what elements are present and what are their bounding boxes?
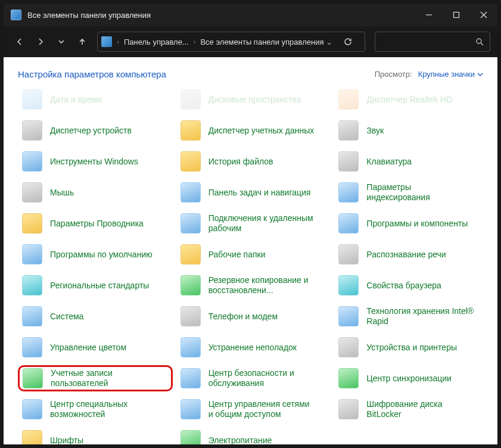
item-label: Программы и компоненты: [366, 219, 468, 229]
search-input[interactable]: [375, 32, 490, 52]
control-panel-item[interactable]: Телефон и модем: [176, 303, 331, 329]
control-panel-item[interactable]: Диспетчер устройств: [18, 117, 173, 144]
control-panel-item[interactable]: Панель задач и навигация: [176, 179, 331, 206]
speech-icon: [338, 244, 359, 265]
control-panel-item[interactable]: Центр управления сетями и общим доступом: [176, 396, 331, 422]
refresh-button[interactable]: [338, 32, 357, 51]
control-panel-item[interactable]: Программы по умолчанию: [18, 241, 173, 267]
item-label: Подключения к удаленным рабочим: [209, 213, 316, 234]
control-panel-item[interactable]: Инструменты Windows: [18, 148, 173, 175]
control-panel-item[interactable]: Программы и компоненты: [334, 210, 489, 237]
control-panel-item[interactable]: Центр безопасности и обслуживания: [176, 365, 331, 391]
sync-center-icon: [338, 368, 359, 389]
navbar: › Панель управле... › Все элементы панел…: [4, 26, 497, 57]
mouse-icon: [21, 182, 43, 203]
forward-button[interactable]: [32, 32, 50, 51]
credential-manager-icon: [180, 120, 201, 141]
control-panel-item[interactable]: Рабочие папки: [176, 241, 331, 267]
view-dropdown[interactable]: Крупные значки: [418, 70, 483, 79]
control-panel-item[interactable]: Параметры индексирования: [334, 179, 489, 206]
maximize-button[interactable]: [443, 4, 470, 26]
control-panel-item[interactable]: Шифрование диска BitLocker: [334, 396, 489, 422]
phone-modem-icon: [180, 306, 201, 327]
close-button[interactable]: [470, 4, 497, 26]
item-label: Региональные стандарты: [50, 281, 149, 291]
control-panel-item[interactable]: Резервное копирование и восстановлени...: [176, 272, 331, 298]
item-label: Дисковые пространства: [209, 95, 301, 105]
titlebar: Все элементы панели управления: [4, 4, 497, 26]
troubleshoot-icon: [180, 337, 201, 358]
color-management-icon: [21, 337, 43, 358]
item-label: Шифрование диска BitLocker: [366, 399, 474, 419]
remote-desktop-icon: [180, 213, 201, 234]
control-panel-item[interactable]: Центр специальных возможностей: [18, 396, 173, 422]
programs-features-icon: [338, 213, 359, 234]
chevron-right-icon: ›: [191, 38, 198, 45]
default-programs-icon: [21, 244, 43, 265]
view-label: Просмотр:: [375, 70, 412, 79]
control-panel-item[interactable]: Технология хранения Intel® Rapid: [334, 303, 489, 329]
control-panel-item[interactable]: Звук: [334, 117, 489, 144]
control-panel-item[interactable]: Дата и время: [18, 86, 173, 113]
control-panel-item[interactable]: Свойства браузера: [334, 272, 489, 298]
address-bar[interactable]: › Панель управле... › Все элементы панел…: [97, 32, 365, 52]
control-panel-item[interactable]: Клавиатура: [334, 148, 489, 175]
control-panel-item[interactable]: Электропитание: [176, 427, 331, 444]
item-label: Диспетчер устройств: [50, 126, 132, 136]
item-label: Звук: [366, 126, 384, 136]
ease-of-access-icon: [21, 399, 43, 420]
item-label: Центр управления сетями и общим доступом: [209, 399, 316, 419]
item-label: Центр специальных возможностей: [50, 399, 157, 419]
item-label: Диспетчер Realtek HD: [366, 95, 452, 105]
control-panel-item[interactable]: Устройства и принтеры: [334, 334, 489, 360]
work-folders-icon: [180, 244, 201, 265]
control-panel-item[interactable]: Мышь: [18, 179, 173, 206]
control-panel-item[interactable]: Диспетчер учетных данных: [176, 117, 331, 144]
control-panel-item[interactable]: Региональные стандарты: [18, 272, 173, 298]
speaker-icon: [338, 120, 359, 141]
item-label: Дата и время: [50, 95, 102, 105]
breadcrumb-part1[interactable]: Панель управле...: [124, 38, 189, 46]
control-panel-item[interactable]: Центр синхронизации: [334, 365, 489, 391]
item-label: Система: [50, 312, 83, 322]
control-panel-item[interactable]: Управление цветом: [18, 334, 173, 360]
bitlocker-icon: [338, 399, 359, 420]
svg-rect-1: [454, 13, 459, 18]
control-panel-item[interactable]: Дисковые пространства: [176, 86, 331, 113]
back-button[interactable]: [11, 32, 29, 51]
svg-point-4: [477, 39, 481, 43]
item-label: Резервное копирование и восстановлени...: [209, 275, 316, 295]
windows-tools-icon: [21, 151, 43, 172]
item-label: Панель задач и навигация: [209, 188, 311, 198]
chevron-down-icon[interactable]: ⌄: [326, 38, 332, 46]
header-row: Настройка параметров компьютера Просмотр…: [4, 57, 497, 82]
item-label: Параметры Проводника: [50, 219, 144, 229]
window-title: Все элементы панели управления: [27, 11, 151, 20]
location-icon: [101, 36, 112, 47]
indexing-icon: [338, 182, 359, 203]
item-label: История файлов: [209, 157, 273, 167]
control-panel-item[interactable]: Шрифты: [18, 427, 173, 444]
control-panel-item[interactable]: Распознавание речи: [334, 241, 489, 267]
control-panel-item[interactable]: Диспетчер Realtek HD: [334, 86, 489, 113]
item-label: Учетные записи пользователей: [51, 368, 158, 388]
file-history-icon: [180, 151, 201, 172]
control-panel-item[interactable]: Подключения к удаленным рабочим: [176, 210, 331, 237]
breadcrumb-part2[interactable]: Все элементы панели управления: [200, 38, 323, 46]
control-panel-window: Все элементы панели управления › Панель …: [0, 0, 501, 448]
minimize-button[interactable]: [415, 4, 443, 26]
recent-locations-button[interactable]: [52, 32, 71, 51]
item-label: Технология хранения Intel® Rapid: [366, 306, 474, 326]
control-panel-item[interactable]: Система: [18, 303, 173, 329]
item-label: Мышь: [50, 188, 74, 198]
control-panel-item[interactable]: Устранение неполадок: [176, 334, 331, 360]
up-button[interactable]: [73, 32, 91, 51]
item-label: Инструменты Windows: [50, 157, 138, 167]
item-label: Программы по умолчанию: [50, 250, 153, 260]
control-panel-item[interactable]: История файлов: [176, 148, 331, 175]
chevron-right-icon: ›: [114, 38, 122, 45]
control-panel-item[interactable]: Параметры Проводника: [18, 210, 173, 237]
item-label: Телефон и модем: [209, 312, 278, 322]
control-panel-item[interactable]: Учетные записи пользователей: [18, 365, 173, 391]
item-label: Рабочие папки: [209, 250, 266, 260]
